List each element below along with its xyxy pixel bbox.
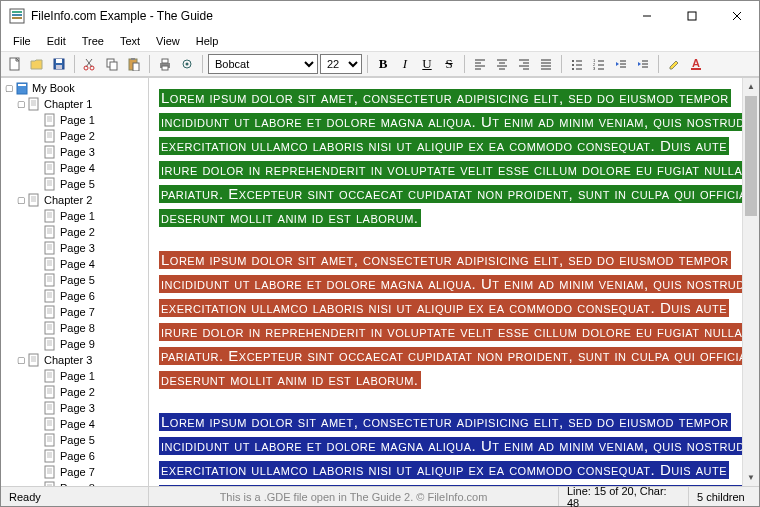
font-color-button[interactable]: A <box>686 54 706 74</box>
scroll-down-button[interactable]: ▼ <box>743 469 759 486</box>
tree-page[interactable]: Page 7 <box>1 304 148 320</box>
align-left-button[interactable] <box>470 54 490 74</box>
align-center-button[interactable] <box>492 54 512 74</box>
highlight-button[interactable] <box>664 54 684 74</box>
tree-chapter[interactable]: ▢Chapter 1 <box>1 96 148 112</box>
tree-label: Page 3 <box>60 402 95 414</box>
tree-page[interactable]: Page 5 <box>1 176 148 192</box>
vertical-scrollbar[interactable]: ▲ ▼ <box>742 78 759 486</box>
tree-page[interactable]: Page 9 <box>1 336 148 352</box>
menu-view[interactable]: View <box>148 33 188 49</box>
new-file-button[interactable] <box>5 54 25 74</box>
tree-page[interactable]: Page 3 <box>1 240 148 256</box>
number-list-button[interactable]: 123 <box>589 54 609 74</box>
paragraph-2[interactable]: Lorem ipsum dolor sit amet, consectetur … <box>159 248 749 392</box>
tree-page[interactable]: Page 8 <box>1 320 148 336</box>
tree-page[interactable]: Page 6 <box>1 448 148 464</box>
page-icon <box>27 97 41 111</box>
tree-collapse-icon[interactable]: ▢ <box>15 195 27 205</box>
align-right-button[interactable] <box>514 54 534 74</box>
toolbar-separator <box>658 55 659 73</box>
tree-collapse-icon[interactable]: ▢ <box>15 355 27 365</box>
svg-rect-72 <box>45 130 54 142</box>
tree-page[interactable]: Page 7 <box>1 464 148 480</box>
tree-page[interactable]: Page 5 <box>1 272 148 288</box>
svg-rect-128 <box>29 354 38 366</box>
app-window: FileInfo.com Example - The Guide File Ed… <box>0 0 760 507</box>
font-family-select[interactable]: Bobcat <box>208 54 318 74</box>
menu-tree[interactable]: Tree <box>74 33 112 49</box>
svg-rect-84 <box>45 178 54 190</box>
editor[interactable]: Lorem ipsum dolor sit amet, consectetur … <box>149 78 759 486</box>
paragraph-3[interactable]: Lorem ipsum dolor sit amet, consectetur … <box>159 410 749 486</box>
tree-expand-icon[interactable]: ▢ <box>3 83 15 93</box>
copy-button[interactable] <box>102 54 122 74</box>
statusbar: Ready This is a .GDE file open in The Gu… <box>1 486 759 506</box>
tree-label: Page 3 <box>60 242 95 254</box>
strikethrough-button[interactable]: S <box>439 54 459 74</box>
paragraph-1[interactable]: Lorem ipsum dolor sit amet, consectetur … <box>159 86 749 230</box>
svg-rect-148 <box>45 434 54 446</box>
tree-page[interactable]: Page 1 <box>1 368 148 384</box>
svg-point-25 <box>186 63 189 66</box>
minimize-button[interactable] <box>624 1 669 31</box>
svg-text:3: 3 <box>593 66 596 70</box>
italic-button[interactable]: I <box>395 54 415 74</box>
tree-label: Page 4 <box>60 258 95 270</box>
page-icon <box>43 401 57 415</box>
cut-button[interactable] <box>80 54 100 74</box>
open-file-button[interactable] <box>27 54 47 74</box>
font-size-select[interactable]: 22 <box>320 54 362 74</box>
svg-text:A: A <box>692 57 700 69</box>
maximize-button[interactable] <box>669 1 714 31</box>
toolbar-separator <box>74 55 75 73</box>
underline-button[interactable]: U <box>417 54 437 74</box>
tree-page[interactable]: Page 1 <box>1 208 148 224</box>
svg-rect-80 <box>45 162 54 174</box>
align-justify-button[interactable] <box>536 54 556 74</box>
scroll-up-button[interactable]: ▲ <box>743 78 759 95</box>
outdent-button[interactable] <box>611 54 631 74</box>
status-message: This is a .GDE file open in The Guide 2.… <box>149 487 559 506</box>
svg-rect-5 <box>688 12 696 20</box>
menu-help[interactable]: Help <box>188 33 227 49</box>
tree-page[interactable]: Page 6 <box>1 288 148 304</box>
tree-chapter[interactable]: ▢Chapter 3 <box>1 352 148 368</box>
page-icon <box>43 177 57 191</box>
indent-button[interactable] <box>633 54 653 74</box>
svg-rect-116 <box>45 306 54 318</box>
bold-button[interactable]: B <box>373 54 393 74</box>
print-button[interactable] <box>155 54 175 74</box>
tree-page[interactable]: Page 4 <box>1 256 148 272</box>
tree-page[interactable]: Page 5 <box>1 432 148 448</box>
bullet-list-button[interactable] <box>567 54 587 74</box>
toolbar: Bobcat 22 B I U S 123 A <box>1 51 759 77</box>
tree-collapse-icon[interactable]: ▢ <box>15 99 27 109</box>
menu-file[interactable]: File <box>5 33 39 49</box>
menu-text[interactable]: Text <box>112 33 148 49</box>
tree-page[interactable]: Page 3 <box>1 144 148 160</box>
tree-page[interactable]: Page 4 <box>1 160 148 176</box>
svg-rect-23 <box>162 66 168 70</box>
menubar: File Edit Tree Text View Help <box>1 31 759 51</box>
save-button[interactable] <box>49 54 69 74</box>
svg-rect-19 <box>131 58 135 60</box>
tree-chapter[interactable]: ▢Chapter 2 <box>1 192 148 208</box>
paste-button[interactable] <box>124 54 144 74</box>
tree-panel[interactable]: ▢My Book▢Chapter 1Page 1Page 2Page 3Page… <box>1 78 149 486</box>
scroll-thumb[interactable] <box>745 96 757 216</box>
tree-page[interactable]: Page 2 <box>1 384 148 400</box>
book-icon <box>15 81 29 95</box>
tree-root[interactable]: ▢My Book <box>1 80 148 96</box>
page-icon <box>43 161 57 175</box>
tree-page[interactable]: Page 2 <box>1 224 148 240</box>
window-buttons <box>624 1 759 31</box>
menu-edit[interactable]: Edit <box>39 33 74 49</box>
close-button[interactable] <box>714 1 759 31</box>
tree-page[interactable]: Page 2 <box>1 128 148 144</box>
page-icon <box>43 385 57 399</box>
tree-page[interactable]: Page 1 <box>1 112 148 128</box>
tree-page[interactable]: Page 3 <box>1 400 148 416</box>
tree-page[interactable]: Page 4 <box>1 416 148 432</box>
settings-button[interactable] <box>177 54 197 74</box>
